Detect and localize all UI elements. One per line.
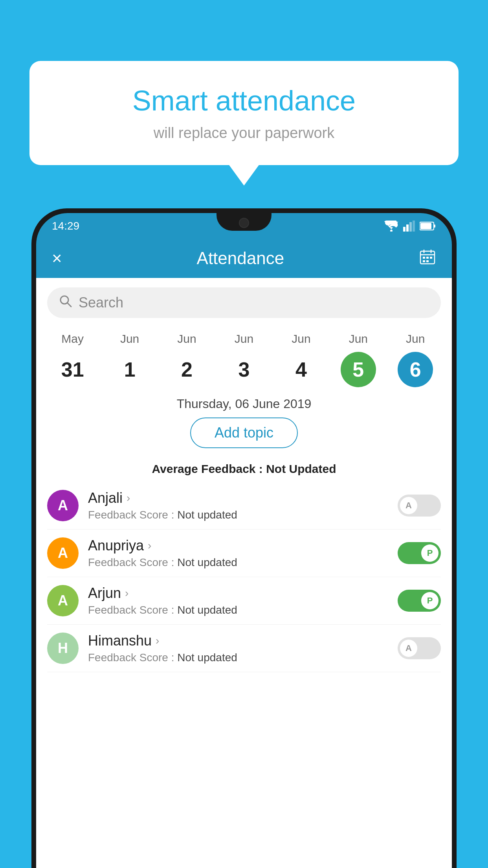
toggle-knob: A <box>400 640 417 657</box>
date-col[interactable]: Jun2 <box>167 332 207 387</box>
date-month: Jun <box>349 332 368 346</box>
avg-feedback: Average Feedback : Not Updated <box>36 454 452 482</box>
student-info: Arjun ›Feedback Score : Not updated <box>88 585 388 616</box>
student-item[interactable]: AArjun ›Feedback Score : Not updatedP <box>47 577 441 625</box>
phone-notch <box>216 213 272 231</box>
date-col[interactable]: Jun3 <box>224 332 264 387</box>
student-info: Anjali ›Feedback Score : Not updated <box>88 490 388 521</box>
chevron-icon: › <box>125 587 128 600</box>
svg-rect-16 <box>426 260 429 262</box>
svg-rect-3 <box>409 222 412 232</box>
chevron-icon: › <box>127 492 130 504</box>
date-month: Jun <box>120 332 139 346</box>
svg-rect-13 <box>426 257 429 259</box>
student-item[interactable]: HHimanshu ›Feedback Score : Not updatedA <box>47 625 441 672</box>
attendance-toggle[interactable]: P <box>398 542 441 564</box>
selected-date-label: Thursday, 06 June 2019 <box>36 387 452 417</box>
date-strip: May31Jun1Jun2Jun3Jun4Jun5Jun6 <box>36 326 452 387</box>
svg-rect-7 <box>420 223 431 229</box>
date-month: May <box>61 332 84 346</box>
student-avatar: A <box>47 585 79 616</box>
student-avatar: A <box>47 537 79 569</box>
date-number[interactable]: 2 <box>169 352 205 387</box>
feedback-value: Not updated <box>177 651 237 664</box>
toggle-switch[interactable]: A <box>398 637 441 659</box>
student-feedback: Feedback Score : Not updated <box>88 651 388 664</box>
svg-rect-6 <box>434 224 435 228</box>
add-topic-button[interactable]: Add topic <box>190 417 298 448</box>
svg-rect-14 <box>430 257 432 259</box>
calendar-icon <box>419 248 436 265</box>
phone-camera <box>239 218 249 228</box>
attendance-toggle[interactable]: A <box>398 495 441 517</box>
speech-bubble: Smart attendance will replace your paper… <box>29 61 459 165</box>
svg-line-18 <box>67 303 71 307</box>
search-icon <box>59 294 72 311</box>
student-name: Himanshu › <box>88 633 388 649</box>
attendance-toggle[interactable]: A <box>398 637 441 659</box>
date-col[interactable]: Jun5 <box>339 332 378 387</box>
chevron-icon: › <box>148 539 151 552</box>
toggle-knob: A <box>400 497 417 514</box>
svg-point-0 <box>390 230 393 232</box>
search-placeholder: Search <box>79 294 123 311</box>
app-header: × Attendance <box>36 239 452 278</box>
signal-icon <box>403 221 415 232</box>
calendar-button[interactable] <box>419 248 436 269</box>
battery-icon <box>420 221 436 231</box>
speech-bubble-title: Smart attendance <box>61 85 427 117</box>
close-button[interactable]: × <box>52 248 62 268</box>
speech-bubble-arrow <box>228 164 260 186</box>
date-number[interactable]: 6 <box>398 352 433 387</box>
phone-inner: 14:29 <box>36 213 452 868</box>
date-number[interactable]: 5 <box>341 352 376 387</box>
date-month: Jun <box>292 332 310 346</box>
student-feedback: Feedback Score : Not updated <box>88 604 388 616</box>
date-number[interactable]: 4 <box>283 352 319 387</box>
status-icons <box>384 221 436 232</box>
status-time: 14:29 <box>52 220 79 232</box>
date-col[interactable]: May31 <box>53 332 92 387</box>
header-title: Attendance <box>197 248 284 268</box>
date-col[interactable]: Jun1 <box>110 332 149 387</box>
student-info: Himanshu ›Feedback Score : Not updated <box>88 633 388 664</box>
chevron-icon: › <box>156 634 159 647</box>
date-number[interactable]: 3 <box>226 352 262 387</box>
speech-bubble-container: Smart attendance will replace your paper… <box>29 61 459 165</box>
student-avatar: A <box>47 490 79 521</box>
feedback-value: Not updated <box>177 604 237 616</box>
toggle-knob: P <box>421 544 438 562</box>
student-item[interactable]: AAnjali ›Feedback Score : Not updatedA <box>47 482 441 530</box>
svg-rect-15 <box>423 260 425 262</box>
svg-rect-1 <box>403 227 405 232</box>
speech-bubble-subtitle: will replace your paperwork <box>61 125 427 142</box>
student-info: Anupriya ›Feedback Score : Not updated <box>88 537 388 569</box>
student-feedback: Feedback Score : Not updated <box>88 509 388 521</box>
student-name: Anjali › <box>88 490 388 506</box>
svg-rect-12 <box>423 257 425 259</box>
student-feedback: Feedback Score : Not updated <box>88 556 388 569</box>
date-number[interactable]: 1 <box>112 352 147 387</box>
feedback-value: Not updated <box>177 556 237 568</box>
feedback-value: Not updated <box>177 509 237 521</box>
phone-frame: 14:29 <box>31 208 457 868</box>
date-number[interactable]: 31 <box>55 352 90 387</box>
attendance-toggle[interactable]: P <box>398 590 441 612</box>
date-month: Jun <box>406 332 425 346</box>
svg-rect-4 <box>413 221 415 232</box>
date-col[interactable]: Jun4 <box>281 332 321 387</box>
svg-rect-2 <box>406 224 409 232</box>
toggle-switch[interactable]: P <box>398 590 441 612</box>
date-month: Jun <box>177 332 196 346</box>
student-avatar: H <box>47 633 79 664</box>
student-name: Anupriya › <box>88 537 388 554</box>
date-col[interactable]: Jun6 <box>396 332 435 387</box>
toggle-switch[interactable]: A <box>398 495 441 517</box>
wifi-icon <box>384 221 398 232</box>
student-name: Arjun › <box>88 585 388 601</box>
date-month: Jun <box>235 332 253 346</box>
search-bar[interactable]: Search <box>47 287 441 318</box>
student-list: AAnjali ›Feedback Score : Not updatedAAA… <box>36 482 452 672</box>
student-item[interactable]: AAnupriya ›Feedback Score : Not updatedP <box>47 530 441 577</box>
toggle-switch[interactable]: P <box>398 542 441 564</box>
